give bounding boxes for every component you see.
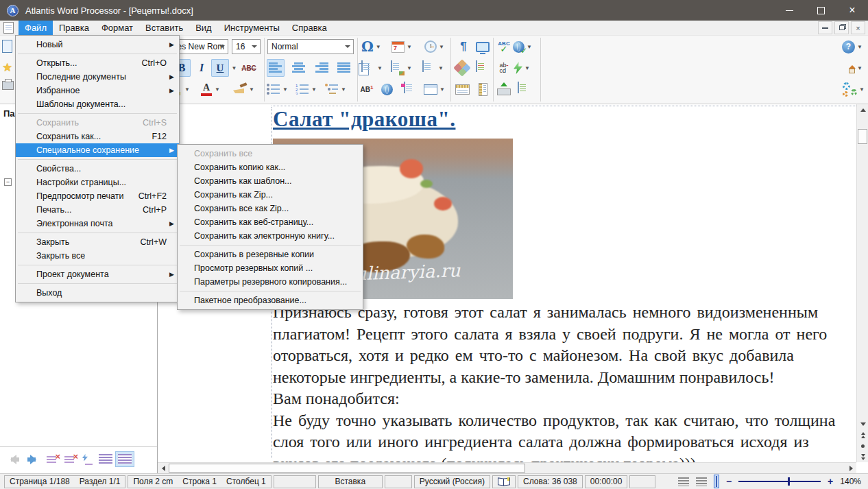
font-size-combo[interactable]: 16 xyxy=(232,39,261,54)
zoom-slider-thumb[interactable] xyxy=(788,477,790,486)
scroll-up-button[interactable] xyxy=(857,104,868,115)
vertical-ruler-button[interactable] xyxy=(474,80,492,98)
list-view-selected-icon[interactable] xyxy=(118,454,132,464)
submenu-item-save-as-zip[interactable]: Сохранить как Zip... xyxy=(178,188,363,202)
menu-item-print[interactable]: Печать...Ctrl+P xyxy=(16,203,179,217)
web-home-button[interactable]: ▼ xyxy=(842,59,863,77)
menu-insert[interactable]: Вставить xyxy=(139,21,189,35)
menu-item-recent-documents[interactable]: Последние документы▶ xyxy=(16,70,179,84)
insert-time-button[interactable]: ▼ xyxy=(424,38,444,56)
close-button[interactable]: × xyxy=(836,0,868,21)
spellcheck-button[interactable]: ABC✓ xyxy=(495,38,513,56)
quick-format-icon[interactable] xyxy=(82,454,93,465)
mdi-close-button[interactable]: × xyxy=(851,21,865,34)
align-center-button[interactable] xyxy=(290,59,308,77)
menu-item-close-all[interactable]: Закрыть все xyxy=(16,249,179,263)
draft-view-icon[interactable] xyxy=(678,477,689,486)
menu-item-favorites[interactable]: Избранное▶ xyxy=(16,84,179,97)
font-color-button[interactable]: A▼ xyxy=(200,80,220,98)
page-layout-view-selected[interactable] xyxy=(714,475,719,488)
columns-button[interactable]: ▼ xyxy=(422,59,444,77)
footnote-button[interactable]: AB1 xyxy=(358,80,376,98)
next-page-button[interactable] xyxy=(857,451,868,462)
print-icon[interactable] xyxy=(2,81,14,90)
dictionary-box[interactable] xyxy=(492,475,516,488)
hyphenation-button[interactable]: ab-cd xyxy=(495,59,513,77)
recipe-paragraph[interactable]: Признаюсь сразу, готовя этот салат я зан… xyxy=(273,302,856,462)
horizontal-scrollbar[interactable] xyxy=(158,462,856,473)
document-info-button[interactable] xyxy=(516,80,533,98)
align-left-button[interactable] xyxy=(267,59,285,77)
insert-date-button[interactable]: 7▼ xyxy=(391,38,412,56)
navigation-button[interactable] xyxy=(453,59,471,77)
menu-help[interactable]: Справка xyxy=(286,21,333,35)
select-browse-object-button[interactable] xyxy=(857,440,868,451)
menu-item-email[interactable]: Электронная почта▶ xyxy=(16,217,179,230)
hyperlink-button[interactable] xyxy=(378,80,396,98)
menu-file[interactable]: Файл xyxy=(19,21,53,35)
underline-options-button[interactable]: ▼ xyxy=(229,59,237,77)
favorites-star-icon[interactable]: ★ xyxy=(2,60,12,75)
zoom-slider[interactable] xyxy=(738,481,821,482)
align-justify-button[interactable] xyxy=(335,59,353,77)
web-layout-view-icon[interactable] xyxy=(696,477,707,486)
numbered-list-button[interactable]: 123▼ xyxy=(296,80,317,98)
format-painter-button[interactable]: ▼ xyxy=(232,80,254,98)
menu-item-print-preview[interactable]: Предпросмотр печатиCtrl+F2 xyxy=(16,189,179,203)
style-combo[interactable]: Normal xyxy=(267,39,354,54)
bullet-list-button[interactable]: ▼ xyxy=(267,80,288,98)
word-count-box[interactable]: Слова: 36 038 xyxy=(518,475,583,488)
underline-button[interactable]: U xyxy=(211,59,229,77)
menu-item-page-setup[interactable]: Настройки страницы... xyxy=(16,176,179,189)
horizontal-ruler-button[interactable] xyxy=(453,80,471,98)
document-map-button[interactable] xyxy=(474,59,492,77)
menu-item-save-as[interactable]: Сохранить как...F12 xyxy=(16,130,179,143)
align-right-button[interactable] xyxy=(313,59,331,77)
web-lookup-button[interactable]: ✓▼ xyxy=(513,38,532,56)
submenu-item-save-as-webpage[interactable]: Сохранить как веб-страницу... xyxy=(178,215,363,229)
document-icon[interactable] xyxy=(3,22,14,34)
help-button[interactable]: ?▼ xyxy=(842,38,863,56)
delete-paragraph-icon[interactable]: × xyxy=(47,454,59,465)
bookmark-doc-button[interactable] xyxy=(402,80,420,98)
menu-tools[interactable]: Инструменты xyxy=(218,21,286,35)
menu-item-document-templates[interactable]: Шаблоны документа... xyxy=(16,97,179,111)
italic-button[interactable]: I xyxy=(193,59,210,77)
copy-button[interactable]: ▼ xyxy=(361,59,383,77)
paste-special-button[interactable]: ▼ xyxy=(391,59,412,77)
list-view-icon[interactable] xyxy=(99,454,112,464)
scroll-left-button[interactable] xyxy=(158,463,169,473)
submenu-item-batch-conversion[interactable]: Пакетное преобразование... xyxy=(178,294,363,307)
show-formatting-button[interactable]: ¶ xyxy=(455,38,472,56)
maximize-button[interactable] xyxy=(805,0,836,21)
vertical-scroll-thumb[interactable] xyxy=(858,129,867,144)
menu-item-document-project[interactable]: Проект документа▶ xyxy=(16,267,179,281)
submenu-item-save-as-template[interactable]: Сохранить как шаблон... xyxy=(178,174,363,188)
fullscreen-button[interactable] xyxy=(474,38,492,56)
minimize-button[interactable] xyxy=(773,0,805,21)
new-document-icon[interactable] xyxy=(2,40,12,53)
forward-arrow-icon[interactable] xyxy=(26,455,41,464)
menu-view[interactable]: Вид xyxy=(189,21,218,35)
menu-format[interactable]: Формат xyxy=(95,21,139,35)
zoom-out-button[interactable]: − xyxy=(726,476,732,487)
submenu-item-save-all-as-zip[interactable]: Сохранить все как Zip... xyxy=(178,202,363,215)
menu-item-special-save[interactable]: Специальное сохранение▶ xyxy=(16,143,179,157)
menu-edit[interactable]: Правка xyxy=(53,21,95,35)
submenu-item-save-copy-as[interactable]: Сохранить копию как... xyxy=(178,160,363,174)
collapse-box-icon[interactable]: − xyxy=(4,178,12,186)
delete-all-paragraphs-icon[interactable]: × xyxy=(64,454,77,465)
menu-item-exit[interactable]: Выход xyxy=(16,286,179,300)
onscreen-keyboard-button[interactable] xyxy=(495,80,513,98)
multilevel-list-button[interactable]: ▼ xyxy=(325,80,346,98)
menu-item-properties[interactable]: Свойства... xyxy=(16,162,179,176)
submenu-item-save-to-backups[interactable]: Сохранить в резервные копии xyxy=(178,248,363,261)
scroll-down-button[interactable] xyxy=(857,418,868,429)
mdi-minimize-button[interactable] xyxy=(818,21,832,34)
horizontal-scroll-thumb[interactable] xyxy=(169,464,525,473)
vertical-scrollbar[interactable] xyxy=(856,104,868,462)
menu-item-close[interactable]: ЗакрытьCtrl+W xyxy=(16,235,179,249)
mdi-restore-button[interactable] xyxy=(834,21,849,34)
submenu-item-view-backups[interactable]: Просмотр резервных копий ... xyxy=(178,261,363,275)
insert-symbol-button[interactable]: Ω▼ xyxy=(361,38,381,56)
